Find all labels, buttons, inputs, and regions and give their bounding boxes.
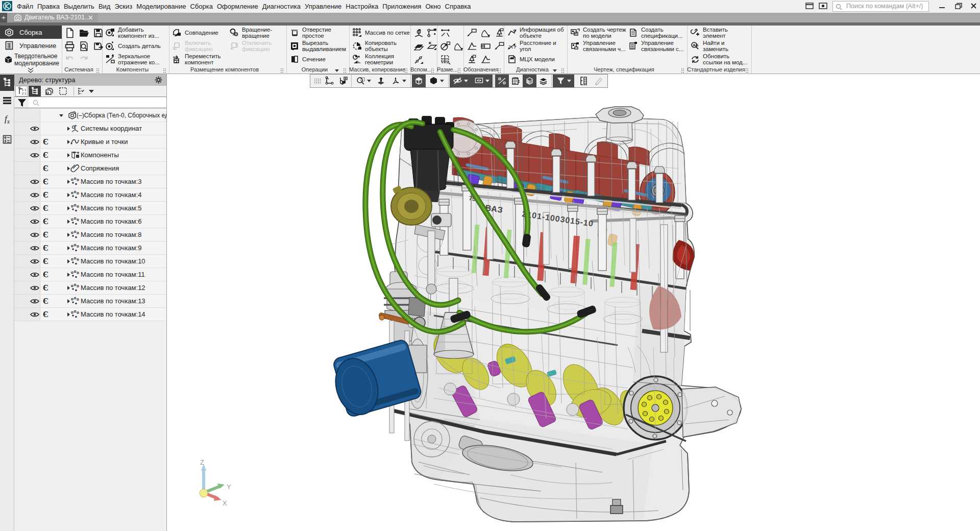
svg-text:?: ? [513, 29, 516, 35]
svg-text:Z: Z [200, 458, 204, 466]
svg-text:Y: Y [227, 483, 231, 491]
svg-text:?: ? [513, 44, 517, 50]
svg-text:X: X [223, 499, 227, 507]
svg-text:2 12: 2 12 [22, 92, 26, 95]
svg-text:АБ: АБ [693, 43, 699, 47]
svg-text:1 11: 1 11 [22, 88, 26, 91]
